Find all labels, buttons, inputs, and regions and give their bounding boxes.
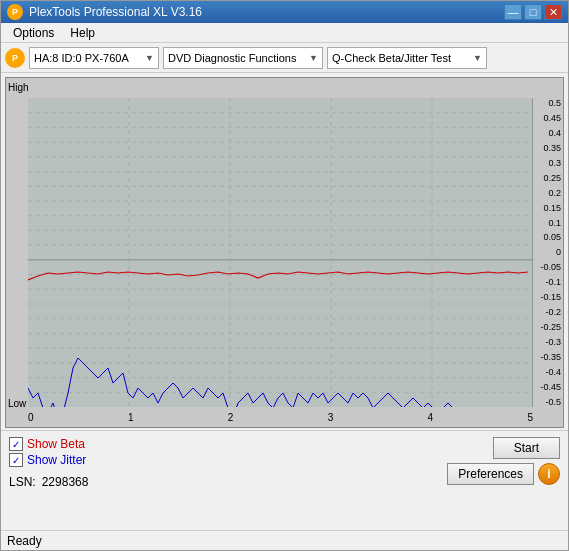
- show-beta-checkbox[interactable]: ✓: [9, 437, 23, 451]
- main-window: P PlexTools Professional XL V3.16 — □ ✕ …: [0, 0, 569, 551]
- drive-dropdown[interactable]: HA:8 ID:0 PX-760A ▼: [29, 47, 159, 69]
- bottom-top-row: ✓ Show Beta ✓ Show Jitter LSN: 2298368: [9, 437, 560, 524]
- prefs-row: Preferences i: [447, 463, 560, 485]
- minimize-button[interactable]: —: [504, 4, 522, 20]
- chart-svg: [28, 98, 533, 407]
- chart-label-high: High: [8, 82, 29, 93]
- menu-help[interactable]: Help: [62, 24, 103, 42]
- drive-icon[interactable]: P: [5, 48, 25, 68]
- drive-dropdown-label: HA:8 ID:0 PX-760A: [34, 52, 129, 64]
- info-button[interactable]: i: [538, 463, 560, 485]
- show-jitter-checkbox[interactable]: ✓: [9, 453, 23, 467]
- test-dropdown[interactable]: Q-Check Beta/Jitter Test ▼: [327, 47, 487, 69]
- status-bar: Ready: [1, 530, 568, 550]
- show-jitter-label: Show Jitter: [27, 453, 86, 467]
- chart-area: High Low 0.5 0.45 0.4 0.35 0.3 0.25 0.2 …: [5, 77, 564, 428]
- lsn-value: 2298368: [42, 475, 89, 489]
- window-title: PlexTools Professional XL V3.16: [29, 5, 202, 19]
- lsn-label: LSN:: [9, 475, 36, 489]
- chart-label-low: Low: [8, 398, 26, 409]
- show-beta-label: Show Beta: [27, 437, 85, 451]
- menu-options[interactable]: Options: [5, 24, 62, 42]
- function-dropdown-label: DVD Diagnostic Functions: [168, 52, 296, 64]
- title-bar: P PlexTools Professional XL V3.16 — □ ✕: [1, 1, 568, 23]
- function-dropdown[interactable]: DVD Diagnostic Functions ▼: [163, 47, 323, 69]
- show-beta-row: ✓ Show Beta: [9, 437, 88, 451]
- lsn-area: LSN: 2298368: [9, 473, 88, 489]
- main-content: High Low 0.5 0.45 0.4 0.35 0.3 0.25 0.2 …: [1, 73, 568, 530]
- drive-dropdown-arrow: ▼: [145, 53, 154, 63]
- x-axis-labels: 0 1 2 3 4 5: [28, 412, 533, 423]
- close-button[interactable]: ✕: [544, 4, 562, 20]
- checkboxes-area: ✓ Show Beta ✓ Show Jitter: [9, 437, 88, 467]
- start-button[interactable]: Start: [493, 437, 560, 459]
- maximize-button[interactable]: □: [524, 4, 542, 20]
- chart-plot-area: [28, 98, 533, 407]
- toolbar: P HA:8 ID:0 PX-760A ▼ DVD Diagnostic Fun…: [1, 43, 568, 73]
- test-dropdown-arrow: ▼: [473, 53, 482, 63]
- title-bar-left: P PlexTools Professional XL V3.16: [7, 4, 202, 20]
- preferences-button[interactable]: Preferences: [447, 463, 534, 485]
- app-icon: P: [7, 4, 23, 20]
- test-dropdown-label: Q-Check Beta/Jitter Test: [332, 52, 451, 64]
- svg-rect-0: [28, 98, 533, 407]
- y-axis-right: 0.5 0.45 0.4 0.35 0.3 0.25 0.2 0.15 0.1 …: [540, 98, 561, 407]
- bottom-panel: ✓ Show Beta ✓ Show Jitter LSN: 2298368: [1, 430, 568, 530]
- function-dropdown-arrow: ▼: [309, 53, 318, 63]
- show-jitter-row: ✓ Show Jitter: [9, 453, 88, 467]
- right-buttons: Start Preferences i: [447, 437, 560, 485]
- status-text: Ready: [7, 534, 42, 548]
- menu-bar: Options Help: [1, 23, 568, 43]
- title-controls: — □ ✕: [504, 4, 562, 20]
